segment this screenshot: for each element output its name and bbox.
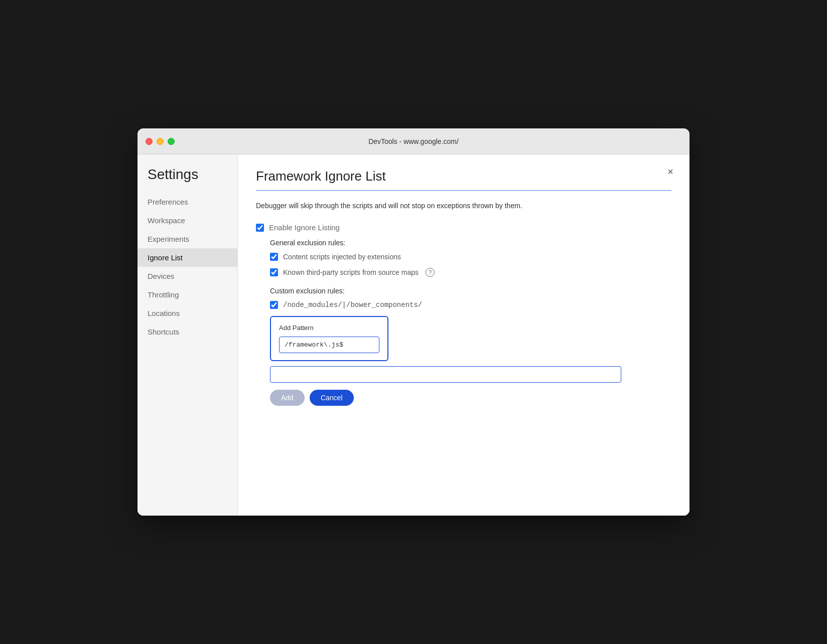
sidebar-item-locations[interactable]: Locations (137, 304, 237, 323)
devtools-window: DevTools - www.google.com/ Settings Pref… (137, 128, 690, 516)
pattern-input-full-wrapper (270, 366, 671, 383)
sidebar-item-devices[interactable]: Devices (137, 267, 237, 285)
rule1-row: Content scripts injected by extensions (270, 253, 671, 261)
pattern-input-wrapper (279, 337, 379, 353)
custom-rule1-row: /node_modules/|/bower_components/ (270, 301, 671, 309)
buttons-row: Add Cancel (270, 390, 671, 406)
traffic-lights (146, 138, 175, 145)
sidebar-item-preferences[interactable]: Preferences (137, 193, 237, 211)
add-pattern-box: Add Pattern (270, 316, 388, 361)
general-exclusion-label: General exclusion rules: (270, 239, 671, 247)
window-title: DevTools - www.google.com/ (368, 137, 459, 145)
close-button[interactable]: × (663, 165, 677, 179)
enable-ignore-listing-checkbox[interactable] (256, 224, 264, 232)
add-pattern-label: Add Pattern (279, 324, 379, 332)
add-button[interactable]: Add (270, 390, 305, 406)
custom-rule1-label[interactable]: /node_modules/|/bower_components/ (283, 301, 422, 309)
pattern-input[interactable] (279, 337, 379, 353)
custom-rule1-checkbox[interactable] (270, 301, 278, 309)
enable-ignore-listing-label[interactable]: Enable Ignore Listing (269, 223, 340, 232)
rule2-checkbox[interactable] (270, 268, 278, 276)
minimize-traffic-light[interactable] (157, 138, 164, 145)
title-divider (256, 190, 671, 191)
cancel-button[interactable]: Cancel (310, 390, 354, 406)
sidebar-item-ignore-list[interactable]: Ignore List (137, 248, 237, 267)
help-icon[interactable]: ? (426, 268, 435, 277)
rule1-checkbox[interactable] (270, 253, 278, 261)
custom-exclusion-label: Custom exclusion rules: (270, 287, 671, 295)
window-body: Settings Preferences Workspace Experimen… (137, 154, 690, 516)
page-title: Framework Ignore List (256, 169, 671, 184)
general-exclusion-section: General exclusion rules: Content scripts… (270, 239, 671, 277)
rule2-label[interactable]: Known third-party scripts from source ma… (283, 268, 419, 276)
sidebar-item-experiments[interactable]: Experiments (137, 230, 237, 248)
rule2-row: Known third-party scripts from source ma… (270, 268, 671, 277)
description: Debugger will skip through the scripts a… (256, 201, 632, 211)
sidebar: Settings Preferences Workspace Experimen… (137, 154, 238, 516)
custom-exclusion-section: Custom exclusion rules: /node_modules/|/… (270, 287, 671, 406)
enable-ignore-listing-row: Enable Ignore Listing (256, 223, 671, 232)
sidebar-title: Settings (137, 167, 237, 193)
sidebar-item-workspace[interactable]: Workspace (137, 211, 237, 230)
sidebar-item-shortcuts[interactable]: Shortcuts (137, 323, 237, 341)
main-content: × Framework Ignore List Debugger will sk… (238, 154, 690, 516)
maximize-traffic-light[interactable] (168, 138, 175, 145)
titlebar: DevTools - www.google.com/ (137, 128, 690, 154)
pattern-input-full[interactable] (270, 366, 621, 383)
rule1-label[interactable]: Content scripts injected by extensions (283, 253, 401, 261)
sidebar-item-throttling[interactable]: Throttling (137, 285, 237, 304)
close-traffic-light[interactable] (146, 138, 153, 145)
